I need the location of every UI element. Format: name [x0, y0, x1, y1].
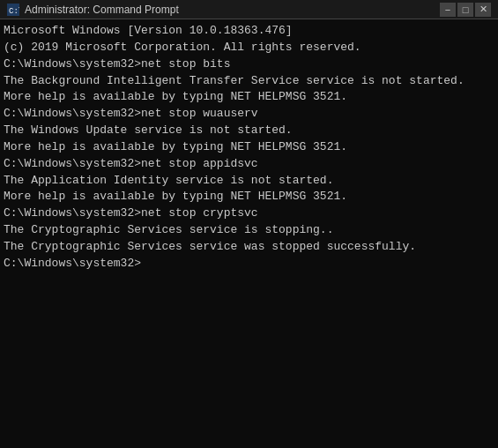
terminal-line: C:\Windows\system32>net stop wuauserv	[4, 106, 494, 123]
title-bar: C:\ Administrator: Command Prompt − □ ✕	[0, 0, 498, 19]
svg-text:C:\: C:\	[9, 7, 19, 16]
maximize-button[interactable]: □	[457, 3, 473, 17]
terminal-line: The Application Identity service is not …	[4, 173, 494, 190]
terminal-line: More help is available by typing NET HEL…	[4, 139, 494, 156]
title-bar-text: Administrator: Command Prompt	[25, 4, 435, 16]
close-button[interactable]: ✕	[475, 3, 491, 17]
terminal-line: More help is available by typing NET HEL…	[4, 189, 494, 205]
terminal-line: C:\Windows\system32>	[4, 256, 494, 273]
terminal-line: More help is available by typing NET HEL…	[4, 89, 494, 106]
cmd-icon: C:\	[7, 4, 19, 16]
terminal-line: The Cryptographic Services service is st…	[4, 222, 494, 239]
terminal-line: C:\Windows\system32>net stop bits	[4, 56, 494, 73]
terminal-line: The Background Intelligent Transfer Serv…	[4, 73, 494, 90]
terminal-line: (c) 2019 Microsoft Corporation. All righ…	[4, 40, 494, 56]
terminal-content: Microsoft Windows [Version 10.0.18363.47…	[4, 23, 494, 273]
terminal-line: The Cryptographic Services service was s…	[4, 239, 494, 256]
terminal-line: C:\Windows\system32>net stop cryptsvc	[4, 205, 494, 222]
terminal-line: The Windows Update service is not starte…	[4, 123, 494, 139]
terminal-line: C:\Windows\system32>net stop appidsvc	[4, 156, 494, 173]
terminal[interactable]: Microsoft Windows [Version 10.0.18363.47…	[0, 19, 498, 448]
terminal-line: Microsoft Windows [Version 10.0.18363.47…	[4, 23, 494, 40]
minimize-button[interactable]: −	[440, 3, 456, 17]
title-bar-controls: − □ ✕	[440, 3, 491, 17]
